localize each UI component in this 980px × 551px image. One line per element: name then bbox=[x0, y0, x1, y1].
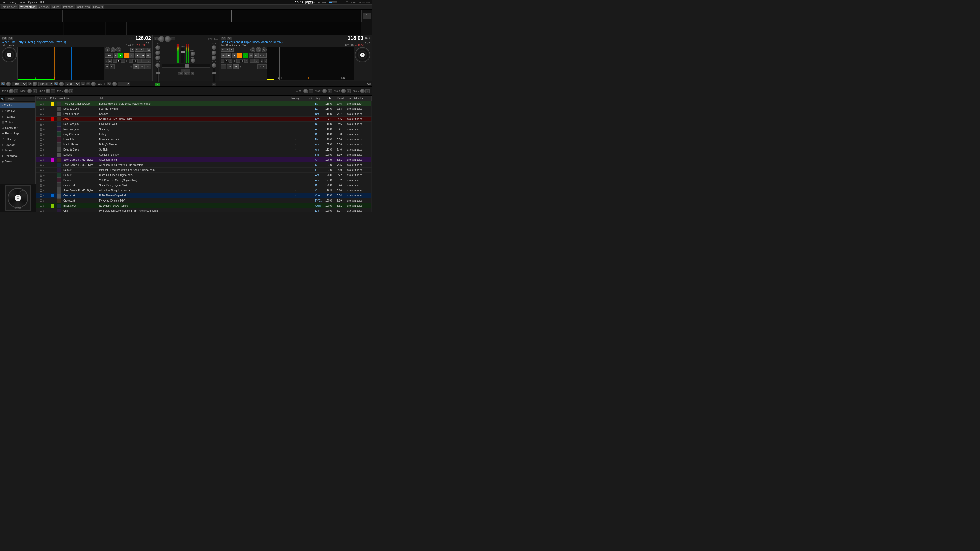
aux1-knob[interactable] bbox=[304, 89, 308, 94]
play-preview-icon[interactable]: ▶ bbox=[43, 159, 45, 161]
play-preview-icon[interactable]: ▶ bbox=[43, 113, 45, 115]
deck2-hotcue-3[interactable]: 3 bbox=[243, 53, 248, 58]
deck2-beat-sub[interactable]: - bbox=[221, 59, 224, 63]
col-artist[interactable]: Artist bbox=[62, 96, 98, 101]
deck2-loop-out-btn[interactable]: ⇤ bbox=[226, 53, 231, 58]
headphone-preview-icon[interactable]: 🎧 bbox=[40, 118, 42, 121]
mic1-knob[interactable] bbox=[9, 89, 14, 94]
deck2-loop-next[interactable]: ⟩ bbox=[255, 59, 259, 63]
sidebar-item-autodj[interactable]: ⟳ Auto DJ bbox=[0, 108, 35, 114]
play-preview-icon[interactable]: ▶ bbox=[43, 210, 45, 212]
col-rating[interactable]: Rating bbox=[290, 96, 308, 101]
fx1-power2-btn[interactable]: ⏻ bbox=[27, 83, 32, 85]
col-bpm[interactable]: BPM bbox=[325, 96, 336, 101]
mic3-add-btn[interactable]: + bbox=[51, 89, 55, 93]
mixer-pfl-1[interactable]: M bbox=[156, 83, 160, 86]
nav-micaux[interactable]: MIC/AUX bbox=[92, 5, 104, 9]
headphone-preview-icon[interactable]: 🎧 bbox=[40, 179, 42, 182]
mixer-pfl-2[interactable]: M bbox=[212, 83, 216, 86]
headphone-preview-icon[interactable]: 🎧 bbox=[40, 174, 42, 176]
deck2-mini-waveform[interactable]: 1:05 0:32 3 bbox=[267, 47, 354, 80]
sidebar-item-playlists[interactable]: ▶ Playlists bbox=[0, 114, 35, 119]
deck1-loop-add[interactable]: + bbox=[121, 59, 125, 63]
headphone-preview-icon[interactable]: 🎧 bbox=[40, 184, 42, 187]
mixer-fx1-btn[interactable]: FX1 bbox=[178, 73, 183, 75]
col-key[interactable]: Key bbox=[314, 96, 325, 101]
fx1-headphone-btn[interactable]: 🎧 bbox=[81, 83, 85, 85]
sidebar-item-tracks[interactable]: ♪ Tracks bbox=[0, 103, 35, 108]
aux4-add-btn[interactable]: + bbox=[366, 89, 369, 93]
deck1-loop-double[interactable]: ×2 bbox=[145, 64, 151, 69]
fx2-knob1[interactable] bbox=[112, 82, 117, 86]
headphone-preview-icon[interactable]: 🎧 bbox=[40, 169, 42, 171]
track-row[interactable]: 🎧 ▶ ♪ Scott Garcia Ft. MC Styles A Londo… bbox=[36, 188, 372, 193]
mic4-add-btn[interactable]: + bbox=[69, 89, 73, 93]
deck2-stop-btn[interactable]: ■ bbox=[261, 59, 263, 63]
mixer-head-knob[interactable] bbox=[191, 52, 195, 56]
mixer-h-btn[interactable]: H bbox=[154, 38, 158, 40]
fx1-knob3[interactable] bbox=[59, 82, 64, 86]
track-row[interactable]: 🎧 ▶ ♪ Chic My Forbidden Lover (Dimitri F… bbox=[36, 208, 372, 212]
play-preview-icon[interactable]: ▶ bbox=[43, 138, 45, 141]
headphone-preview-icon[interactable]: 🎧 bbox=[40, 143, 42, 146]
deck1-loop-halve[interactable]: ½ bbox=[139, 64, 145, 69]
headphone-preview-icon[interactable]: 🎧 bbox=[40, 123, 42, 125]
play-preview-icon[interactable]: ▶ bbox=[43, 143, 45, 146]
headphone-preview-icon[interactable]: 🎧 bbox=[40, 164, 42, 166]
deck2-prev-track-btn[interactable]: ⏮ bbox=[262, 64, 267, 69]
mic3-knob[interactable] bbox=[46, 89, 50, 94]
fx1-knob2[interactable] bbox=[33, 82, 37, 86]
sidebar-item-analyze[interactable]: ◈ Analyze bbox=[0, 142, 35, 148]
fx1-chain-btn[interactable]: ✄ bbox=[86, 83, 90, 85]
headphone-preview-icon[interactable]: 🎧 bbox=[40, 189, 42, 192]
play-preview-icon[interactable]: ▶ bbox=[43, 189, 45, 192]
fx1-reverb-select[interactable]: Reverb Echo bbox=[38, 82, 53, 86]
headphone-preview-icon[interactable]: 🎧 bbox=[40, 113, 42, 115]
deck1-headphone2-icon[interactable]: 🎧 bbox=[116, 47, 121, 52]
deck2-play-btn[interactable]: ▶ bbox=[264, 59, 267, 63]
mixer-eq-lo-1[interactable] bbox=[156, 56, 160, 60]
deck1-hotcue-4[interactable]: 4 bbox=[135, 53, 140, 58]
deck1-hotcue-2[interactable]: 2 bbox=[124, 53, 129, 58]
track-row[interactable]: 🎧 ▶ ♪ Martin Hayes Bobby's Theme · · · ·… bbox=[36, 142, 372, 147]
deck2-hotcue-1[interactable]: 1 bbox=[232, 53, 237, 58]
headphone-preview-icon[interactable]: 🎧 bbox=[40, 148, 42, 151]
mic2-add-btn[interactable]: + bbox=[33, 89, 37, 93]
aux2-add-btn[interactable]: + bbox=[328, 89, 332, 93]
nav-big-library[interactable]: BIG LIBRARY bbox=[1, 5, 18, 9]
mixer-eq-lo-2[interactable] bbox=[212, 56, 216, 60]
play-preview-icon[interactable]: ▶ bbox=[43, 154, 45, 156]
sidebar-item-rekordbox[interactable]: ◆ Rekordbox bbox=[0, 153, 35, 159]
track-row[interactable]: 🎧 ▶ ♪ Demuir Mindset - Progress Waits Fo… bbox=[36, 168, 372, 173]
mixer-mix-knob[interactable] bbox=[191, 59, 195, 63]
track-row[interactable]: 🎧 ▶ ♪ Demuir Disco Ain't Jack (Original … bbox=[36, 173, 372, 178]
col-duration[interactable]: Durat bbox=[336, 96, 346, 101]
menu-help[interactable]: Help bbox=[40, 1, 45, 3]
track-row[interactable]: 🎧 ▶ ♪ Ron Basejam Someday · · · · · A♭ 1… bbox=[36, 127, 372, 132]
deck1-mini-waveform[interactable]: 1 2 bbox=[18, 47, 104, 80]
deck1-loop-toggle[interactable]: ↻ bbox=[133, 64, 138, 69]
aux3-knob[interactable] bbox=[341, 89, 346, 94]
deck1-loop-next[interactable]: ⟩ bbox=[146, 59, 151, 63]
track-row[interactable]: 🎧 ▶ ♪ Ron Basejam Love Don't Wait · · · … bbox=[36, 122, 372, 127]
deck2-settings-icon[interactable]: ⚙ bbox=[262, 47, 267, 52]
play-preview-icon[interactable]: ▶ bbox=[43, 179, 45, 182]
play-preview-icon[interactable]: ▶ bbox=[43, 205, 45, 207]
menu-file[interactable]: File bbox=[2, 1, 6, 3]
track-row[interactable]: 🎧 ▶ ♪ JKriv So True (JKriv's Sunny Splic… bbox=[36, 117, 372, 122]
headphone-preview-icon[interactable]: 🎧 bbox=[40, 128, 42, 130]
aux3-add-btn[interactable]: + bbox=[347, 89, 351, 93]
deck2-loop-double[interactable]: ×2 bbox=[227, 64, 232, 69]
zoom-waveform-left[interactable] bbox=[0, 22, 148, 35]
aux1-add-btn[interactable]: + bbox=[309, 89, 313, 93]
aux4-knob[interactable] bbox=[360, 89, 365, 94]
track-row[interactable]: 🎧 ▶ ♪ Scott Garcia Ft. MC Styles A Londo… bbox=[36, 157, 372, 162]
col-color[interactable]: Color bbox=[48, 96, 56, 101]
deck1-eject-btn[interactable]: ⏏ bbox=[147, 48, 151, 52]
track-row[interactable]: 🎧 ▶ ♪ Crackazat I'll Be There (Original … bbox=[36, 193, 372, 198]
deck2-prev-btn[interactable]: ▶ bbox=[254, 53, 258, 58]
nav-effects[interactable]: EFFECTS bbox=[62, 5, 75, 9]
sidebar-item-itunes[interactable]: ♩ iTunes bbox=[0, 148, 35, 153]
track-row[interactable]: 🎧 ▶ ♪ Two Door Cinema Club Bad Decisions… bbox=[36, 101, 372, 106]
fx2-power-btn[interactable]: ⏻ bbox=[107, 83, 111, 85]
